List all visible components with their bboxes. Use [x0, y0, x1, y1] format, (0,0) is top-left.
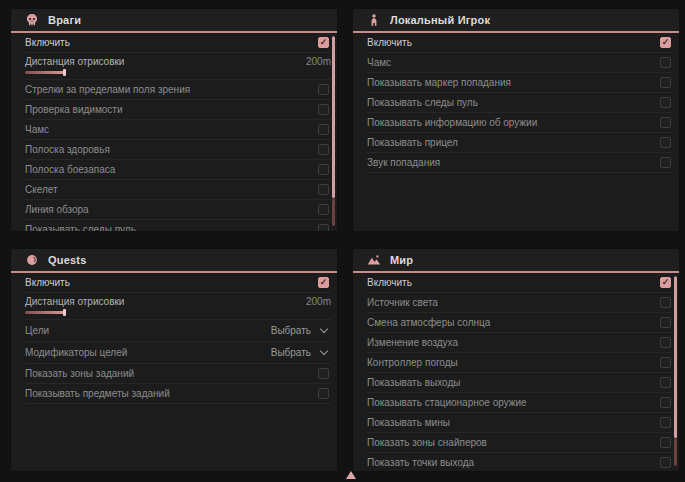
scrollbar-thumb[interactable] — [332, 36, 335, 198]
panel-title: Локальный Игрок — [390, 14, 490, 26]
settings-row: Чамс — [367, 53, 673, 73]
chevron-down-icon — [320, 325, 328, 333]
setting-label: Цели — [25, 325, 49, 336]
setting-label: Чамс — [25, 124, 49, 135]
checkbox[interactable] — [660, 357, 671, 368]
checkbox[interactable]: ✓ — [660, 277, 671, 288]
checkbox[interactable] — [318, 164, 329, 175]
checkbox[interactable] — [660, 457, 671, 468]
checkbox[interactable] — [660, 337, 671, 348]
checkbox[interactable] — [318, 144, 329, 155]
settings-row: Смена атмосферы солнца — [367, 313, 673, 333]
checkbox[interactable] — [660, 417, 671, 428]
settings-row: Скелет — [25, 180, 331, 200]
checkbox[interactable] — [318, 224, 329, 232]
setting-label: Чамс — [367, 57, 391, 68]
panel-header[interactable]: Враги — [11, 9, 337, 33]
slider[interactable] — [25, 71, 331, 74]
settings-row: Включить✓ — [367, 33, 673, 53]
checkbox[interactable] — [660, 297, 671, 308]
setting-label: Полоска боезапаса — [25, 164, 115, 175]
settings-row: Показать зоны заданий — [25, 364, 331, 384]
settings-row: Контроллер погоды — [367, 353, 673, 373]
setting-label: Показывать следы пуль — [25, 224, 136, 232]
settings-row: Показывать прицел — [367, 133, 673, 153]
checkbox[interactable]: ✓ — [318, 277, 329, 288]
settings-row: Показывать стационарное оружие — [367, 393, 673, 413]
setting-label: Изменение воздуха — [367, 337, 458, 348]
checkbox[interactable] — [318, 184, 329, 195]
settings-row: Стрелки за пределами поля зрения — [25, 80, 331, 100]
checkbox[interactable] — [660, 377, 671, 388]
setting-label: Показывать предметы заданий — [25, 388, 170, 399]
scrollbar-tail — [332, 198, 335, 227]
setting-label: Включить — [367, 37, 412, 48]
checkbox[interactable] — [660, 317, 671, 328]
checkbox[interactable] — [660, 157, 671, 168]
checkbox[interactable] — [318, 84, 329, 95]
checkbox[interactable] — [660, 97, 671, 108]
settings-row: Включить✓ — [367, 273, 673, 293]
checkbox[interactable]: ✓ — [318, 37, 329, 48]
checkbox[interactable] — [660, 137, 671, 148]
setting-label: Показывать стационарное оружие — [367, 397, 527, 408]
panel-rows: Включить✓Дистанция отрисовки200mСтрелки … — [11, 33, 337, 232]
settings-row: Показать зоны снайперов — [367, 433, 673, 453]
setting-label: Стрелки за пределами поля зрения — [25, 84, 190, 95]
setting-label: Модификаторы целей — [25, 347, 127, 358]
setting-label: Включить — [367, 277, 412, 288]
checkbox[interactable] — [660, 57, 671, 68]
settings-row: Показывать маркер попадания — [367, 73, 673, 93]
setting-label: Звук попадания — [367, 157, 440, 168]
checkbox[interactable]: ✓ — [660, 37, 671, 48]
settings-row: Включить✓ — [25, 33, 331, 53]
skull-icon — [25, 13, 39, 27]
checkbox[interactable] — [318, 204, 329, 215]
checkbox[interactable] — [660, 397, 671, 408]
setting-label: Показывать прицел — [367, 137, 458, 148]
checkbox[interactable] — [318, 104, 329, 115]
settings-row: Дистанция отрисовки200m — [25, 53, 331, 80]
checkbox[interactable] — [660, 77, 671, 88]
panel-quests: Quests Включить✓Дистанция отрисовки200mЦ… — [10, 248, 338, 472]
dropdown[interactable]: Выбрать — [271, 325, 327, 336]
scrollbar-tail — [674, 438, 677, 467]
slider-thumb[interactable] — [63, 309, 66, 316]
setting-label: Контроллер погоды — [367, 357, 458, 368]
panel-rows: Включить✓Источник светаСмена атмосферы с… — [353, 273, 679, 472]
panel-header[interactable]: Quests — [11, 249, 337, 273]
dropdown-value: Выбрать — [271, 347, 311, 358]
scrollbar-thumb[interactable] — [674, 276, 677, 438]
panel-rows: Включить✓ЧамсПоказывать маркер попадания… — [353, 33, 679, 173]
settings-row: Показывать информацию об оружии — [367, 113, 673, 133]
settings-row: Проверка видимости — [25, 100, 331, 120]
scrollbar[interactable] — [332, 36, 335, 226]
panel-header[interactable]: Локальный Игрок — [353, 9, 679, 33]
settings-row: Показывать предметы заданий — [25, 384, 331, 404]
slider-fill — [25, 71, 65, 74]
checkbox[interactable] — [318, 124, 329, 135]
checkbox[interactable] — [318, 368, 329, 379]
settings-row: Линия обзора — [25, 200, 331, 220]
panel-header[interactable]: Мир — [353, 249, 679, 273]
slider[interactable] — [25, 311, 331, 314]
checkbox[interactable] — [660, 437, 671, 448]
slider-label-row: Дистанция отрисовки200m — [25, 56, 331, 67]
slider-thumb[interactable] — [63, 69, 66, 76]
panel-world: Мир Включить✓Источник светаСмена атмосфе… — [352, 248, 680, 472]
dropdown[interactable]: Выбрать — [271, 347, 327, 358]
setting-label: Показать точки выхода — [367, 457, 474, 468]
chevron-down-icon — [320, 347, 328, 355]
checkbox[interactable] — [318, 388, 329, 399]
panel-local-player: Локальный Игрок Включить✓ЧамсПоказывать … — [352, 8, 680, 232]
setting-label: Скелет — [25, 184, 58, 195]
setting-label: Показывать мины — [367, 417, 450, 428]
settings-row: Показать точки выхода — [367, 453, 673, 472]
panel-rows: Включить✓Дистанция отрисовки200mЦелиВыбр… — [11, 273, 337, 404]
scrollbar[interactable] — [674, 276, 677, 466]
checkbox[interactable] — [660, 117, 671, 128]
setting-label: Смена атмосферы солнца — [367, 317, 490, 328]
settings-row: Звук попадания — [367, 153, 673, 173]
setting-label: Показывать маркер попадания — [367, 77, 511, 88]
settings-row: Полоска здоровья — [25, 140, 331, 160]
